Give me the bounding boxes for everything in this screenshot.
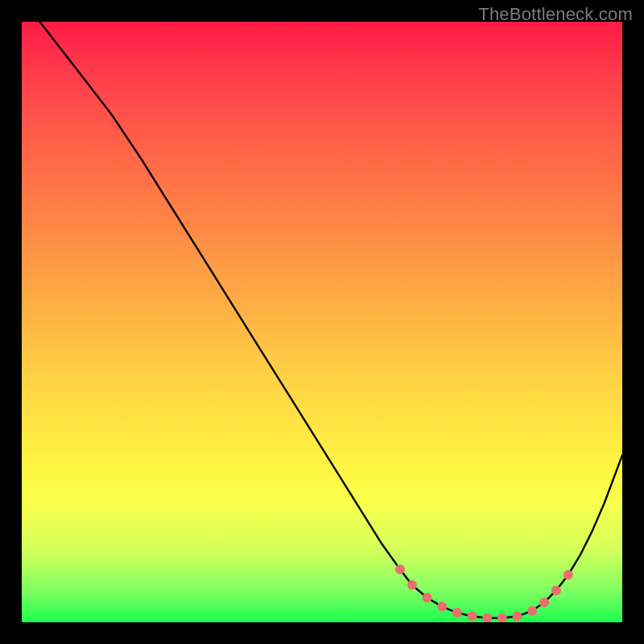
marker-dot (539, 597, 549, 607)
marker-dot (468, 612, 477, 621)
marker-dot (423, 592, 432, 602)
marker-dot (452, 608, 462, 617)
marker-dot (564, 570, 573, 580)
chart-svg (22, 22, 622, 622)
marker-dot (437, 602, 447, 612)
chart-frame: TheBottleneck.com (0, 0, 644, 644)
marker-dot (482, 613, 492, 622)
marker-dot (407, 580, 417, 590)
marker-dot (551, 585, 561, 595)
plot-area (22, 22, 622, 622)
marker-dot (497, 613, 507, 622)
marker-dot (512, 612, 522, 621)
watermark-text: TheBottleneck.com (478, 4, 633, 25)
marker-dot (395, 564, 405, 574)
marker-dot (527, 606, 537, 616)
curve-line (39, 22, 622, 618)
